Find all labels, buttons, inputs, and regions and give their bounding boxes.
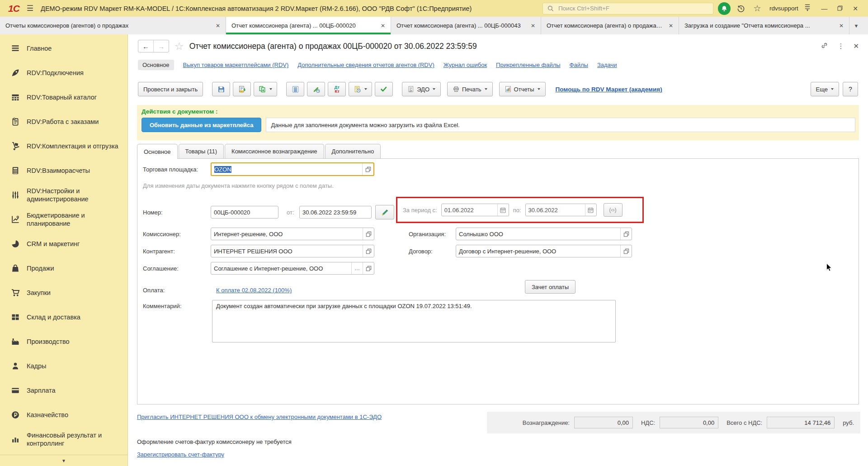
marketplace-field[interactable]: OZON <box>211 162 374 176</box>
organization-field[interactable]: Солнышко ООО <box>456 228 632 240</box>
show-postings-dtkt-button[interactable]: ДтКт <box>328 82 346 96</box>
sidebar-item-sales[interactable]: Продажи <box>0 256 127 281</box>
current-user[interactable]: rdvsupport <box>768 5 800 12</box>
tab-1[interactable]: Отчеты комиссионеров (агентов) о продажа… <box>0 17 226 34</box>
sidebar-item-warehouse[interactable]: Склад и доставка <box>0 305 127 329</box>
rdv-help-link[interactable]: Помощь по RDV Маркет (академия) <box>556 86 662 93</box>
sidebar-item-rdv-connections[interactable]: RDV:Подключения <box>0 61 127 85</box>
document-movements-button[interactable] <box>349 82 372 96</box>
open-icon[interactable] <box>620 228 632 240</box>
doc-nav-link-5[interactable]: Файлы <box>570 62 588 68</box>
calendar-icon[interactable] <box>497 204 509 216</box>
get-link-icon[interactable] <box>821 42 828 51</box>
service-menu-icon[interactable]: ☰▾ <box>805 5 811 12</box>
refresh-marketplace-data-button[interactable]: Обновить данные из маркетплейса <box>142 118 261 132</box>
post-and-close-button[interactable]: Провести и закрыть <box>138 82 203 96</box>
reports-button[interactable]: Отчеты <box>499 82 546 96</box>
tab-close-icon[interactable]: ✕ <box>381 23 385 29</box>
tab-close-icon[interactable]: ✕ <box>839 23 844 29</box>
tab-overflow-icon[interactable]: ▼ <box>849 17 863 34</box>
save-button[interactable] <box>212 82 230 96</box>
tab-2[interactable]: Отчет комиссионера (агента) ... 00ЦБ-000… <box>226 17 391 34</box>
check-button[interactable] <box>375 82 393 96</box>
minimize-icon[interactable]: — <box>821 5 827 12</box>
back-button[interactable]: ← <box>138 40 154 52</box>
select-period-button[interactable]: (‹›) <box>604 203 623 217</box>
tab-5[interactable]: Загрузка и создание "Отчета комиссионера… <box>679 17 849 34</box>
doc-nav-link-2[interactable]: Дополнительные сведения отчетов агентов … <box>297 62 434 68</box>
post-document-button[interactable] <box>233 82 251 96</box>
edit-registration-time-button[interactable] <box>307 82 325 96</box>
sidebar-item-rdv-orders[interactable]: RDV:Работа с заказами <box>0 109 127 134</box>
period-from-field[interactable]: 01.06.2022 <box>441 204 509 216</box>
doc-nav-active[interactable]: Основное <box>138 60 174 70</box>
search-input[interactable] <box>557 5 709 12</box>
forward-button[interactable]: → <box>154 40 169 52</box>
add-favorite-star-icon[interactable]: ☆ <box>175 41 184 52</box>
open-icon[interactable] <box>363 262 374 274</box>
agreement-field[interactable]: Соглашение с Интернет-решение, ООО … <box>211 262 374 275</box>
sidebar-item-finance[interactable]: Финансовый результат и контроллинг <box>0 427 127 452</box>
document-date-field[interactable]: 30.06.2022 23:59:59 <box>299 206 372 219</box>
close-window-icon[interactable]: ✕ <box>853 5 858 12</box>
number-field[interactable]: 00ЦБ-000020 <box>211 206 278 219</box>
form-tab-1[interactable]: Основное <box>137 144 178 159</box>
open-icon[interactable] <box>363 228 374 240</box>
more-button[interactable]: Еще <box>811 82 839 96</box>
history-icon[interactable] <box>735 3 747 14</box>
notifications-icon[interactable] <box>718 2 731 15</box>
tab-close-icon[interactable]: ✕ <box>669 23 673 29</box>
doc-nav-link-1[interactable]: Выкуп товаров маркетплейсами (RDV) <box>183 62 289 68</box>
sidebar-collapse-arrow-icon[interactable]: ▼ <box>0 455 127 466</box>
sidebar-item-rdv-settlements[interactable]: RDV:Взаиморасчеты <box>0 158 127 183</box>
commissioner-field[interactable]: Интернет-решение, ООО <box>211 228 374 240</box>
contract-field[interactable]: Договор с Интернет-решение, ООО <box>456 245 632 257</box>
open-icon[interactable] <box>362 163 373 175</box>
sidebar-item-crm[interactable]: CRM и маркетинг <box>0 232 127 256</box>
favorites-star-icon[interactable]: ☆ <box>751 3 763 14</box>
form-tab-2[interactable]: Товары (11) <box>179 144 224 158</box>
period-to-field[interactable]: 30.06.2022 <box>525 204 597 216</box>
sidebar-item-production[interactable]: Производство <box>0 329 127 354</box>
counterparty-field[interactable]: ИНТЕРНЕТ РЕШЕНИЯ ООО <box>211 245 374 257</box>
comment-textarea[interactable]: Документ создан автоматически при загруз… <box>212 300 616 342</box>
sidebar-item-rdv-shipping[interactable]: RDV:Комплектация и отгрузка <box>0 134 127 158</box>
choose-ellipsis-icon[interactable]: … <box>351 262 363 274</box>
chevron-down-icon <box>538 88 540 90</box>
restore-icon[interactable] <box>837 5 843 12</box>
global-search[interactable] <box>542 3 713 14</box>
register-invoice-link[interactable]: Зарегистрировать счет-фактуру <box>137 451 224 458</box>
sidebar-item-rdv-admin[interactable]: RDV:Настройки и администрирование <box>0 183 127 207</box>
tab-close-icon[interactable]: ✕ <box>216 23 220 29</box>
doc-nav-link-4[interactable]: Прикрепленные файлы <box>496 62 561 68</box>
doc-nav-link-6[interactable]: Задачи <box>597 62 617 68</box>
document-structure-button[interactable] <box>286 82 304 96</box>
sidebar-item-budgeting[interactable]: Бюджетирование и планирование <box>0 207 127 232</box>
tab-close-icon[interactable]: ✕ <box>531 23 535 29</box>
close-document-icon[interactable]: ✕ <box>853 42 859 50</box>
open-icon[interactable] <box>620 245 632 257</box>
form-tab-4[interactable]: Дополнительно <box>325 144 381 158</box>
main-menu-icon[interactable]: ☰ <box>24 4 36 13</box>
more-menu-dots-icon[interactable]: ⋮ <box>837 42 844 50</box>
tab-4[interactable]: Отчет комиссионера (агента) о продажах (… <box>541 17 679 34</box>
calendar-icon[interactable] <box>585 204 596 216</box>
sidebar-item-salary[interactable]: Зарплата <box>0 378 127 403</box>
print-button[interactable]: Печать <box>447 82 493 96</box>
form-tab-3[interactable]: Комиссионное вознаграждение <box>225 144 324 158</box>
doc-nav-link-3[interactable]: Журнал ошибок <box>443 62 487 68</box>
tab-3[interactable]: Отчет комиссионера (агента) ... 00ЦБ-000… <box>391 17 541 34</box>
edit-date-button[interactable] <box>375 205 394 219</box>
open-icon[interactable] <box>363 245 374 257</box>
sidebar-item-hr[interactable]: Кадры <box>0 354 127 378</box>
help-button[interactable]: ? <box>843 82 858 96</box>
edo-button[interactable]: ЭДО <box>402 82 441 96</box>
sidebar-item-main[interactable]: Главное <box>0 36 127 61</box>
sidebar-item-purchases[interactable]: Закупки <box>0 281 127 305</box>
sidebar-item-rdv-catalog[interactable]: RDV:Товарный каталог <box>0 85 127 109</box>
payment-due-link[interactable]: К оплате 02.08.2022 (100%) <box>216 287 292 294</box>
edo-invite-link[interactable]: Пригласить ИНТЕРНЕТ РЕШЕНИЯ ООО к обмену… <box>137 414 382 420</box>
create-based-on-button[interactable] <box>254 82 277 96</box>
sidebar-item-treasury[interactable]: Казначейство <box>0 403 127 427</box>
payment-offset-button[interactable]: Зачет оплаты <box>525 280 576 294</box>
